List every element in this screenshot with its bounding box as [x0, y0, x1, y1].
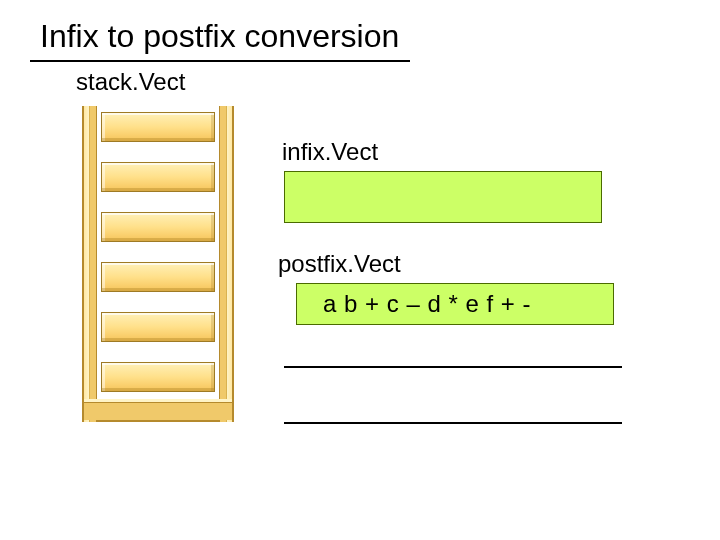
stack-wall-right: [226, 106, 232, 422]
stack-slot: [101, 312, 215, 342]
postfix-content: a b + c – d * e f + -: [323, 290, 531, 318]
stack-floor: [84, 402, 232, 420]
stack-slot: [101, 212, 215, 242]
stack-wall-left-inner: [90, 106, 97, 422]
postfix-vector-box: a b + c – d * e f + -: [296, 283, 614, 325]
page-title: Infix to postfix conversion: [40, 18, 399, 55]
stack-slot: [101, 112, 215, 142]
infix-label: infix.Vect: [282, 138, 378, 166]
stack-slot: [101, 162, 215, 192]
stack-wall-right-inner: [219, 106, 226, 422]
stack-label: stack.Vect: [76, 68, 185, 96]
rule-line: [284, 422, 622, 424]
infix-vector-box: [284, 171, 602, 223]
rule-line: [284, 366, 622, 368]
title-underline: [30, 60, 410, 62]
postfix-label: postfix.Vect: [278, 250, 401, 278]
stack-container: [82, 106, 234, 422]
stack-slot: [101, 262, 215, 292]
stack-slot: [101, 362, 215, 392]
